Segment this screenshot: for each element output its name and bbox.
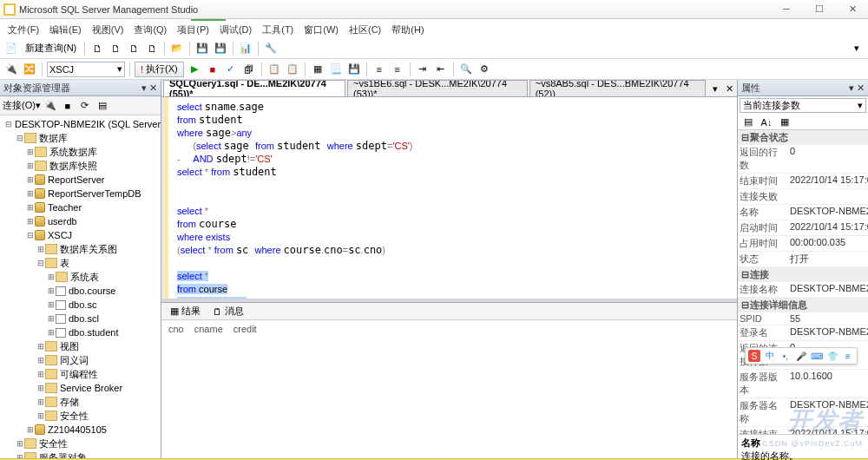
property-row[interactable]: 返回的行数0 <box>738 145 868 174</box>
property-category[interactable]: ⊟连接 <box>738 267 868 282</box>
debug-icon[interactable]: ▶ <box>187 62 202 77</box>
parse-icon[interactable]: ✓ <box>223 62 239 77</box>
property-object-selector[interactable]: 当前连接参数▾ <box>740 98 866 113</box>
tb-icon-1[interactable]: 🗋 <box>89 41 105 56</box>
results-grid[interactable]: cnocnamecredit <box>161 320 737 458</box>
tree-node[interactable]: ⊞安全性 <box>2 437 161 450</box>
result-file-icon[interactable]: 💾 <box>346 62 362 77</box>
tree-node[interactable]: ⊟XSCJ <box>2 228 161 242</box>
messages-tab[interactable]: 🗒消息 <box>207 303 249 319</box>
open-icon[interactable]: 📂 <box>169 41 185 56</box>
ime-toolbar[interactable]: S 中 •, 🎤 ⌨ 👕 ≡ <box>745 347 858 365</box>
property-row[interactable]: 连接名称DESKTOP-NBME2IK <box>738 282 868 298</box>
stop-icon[interactable]: ■ <box>205 62 220 77</box>
close-button[interactable]: ✕ <box>840 3 865 15</box>
tree-node[interactable]: ⊞Service Broker <box>2 381 161 395</box>
menu-item[interactable]: 帮助(H) <box>387 22 428 38</box>
tree-node[interactable]: ⊟数据库 <box>2 131 161 145</box>
tree-node[interactable]: ⊞系统表 <box>2 270 161 284</box>
az-icon[interactable]: A↓ <box>759 115 774 130</box>
change-icon[interactable]: 🔀 <box>22 62 37 77</box>
minimize-button[interactable]: ─ <box>774 3 799 15</box>
tree-node[interactable]: ⊞dbo.sc <box>2 298 161 312</box>
property-grid[interactable]: ⊟聚合状态返回的行数0结束时间2022/10/14 15:17:05连接失败名称… <box>738 130 868 434</box>
tree-node[interactable]: ⊞userdb <box>2 214 161 228</box>
tree-node[interactable]: ⊞ReportServerTempDB <box>2 187 161 200</box>
indent-icon[interactable]: ⇥ <box>415 62 431 77</box>
property-row[interactable]: 连接结束时间2022/10/14 15:17:05 <box>738 427 868 434</box>
refresh-icon[interactable]: ⟳ <box>77 98 93 114</box>
pin-icon[interactable]: ▾ <box>141 82 147 93</box>
menu-item[interactable]: 文件(F) <box>3 22 43 38</box>
property-row[interactable]: 服务器版本10.0.1600 <box>738 370 868 398</box>
tree-node[interactable]: ⊞存储 <box>2 395 161 409</box>
tb-icon-2[interactable]: 🗋 <box>108 41 123 56</box>
property-row[interactable]: 占用时间00:00:00.035 <box>738 236 868 252</box>
menu-item[interactable]: 社区(C) <box>345 22 385 38</box>
prop-icon[interactable]: ▦ <box>777 115 792 130</box>
opt1-icon[interactable]: 📋 <box>266 62 282 77</box>
tb-icon-3[interactable]: 🗋 <box>126 41 141 56</box>
activity-icon[interactable]: 📊 <box>238 41 253 56</box>
panel2-close-icon[interactable]: ✕ <box>857 82 865 93</box>
editor-tab[interactable]: ~vs1BE6.sql - DESK...ME2IK\20774 (53))* <box>347 80 528 96</box>
menu-item[interactable]: 工具(T) <box>258 22 298 38</box>
save-icon[interactable]: 💾 <box>194 41 210 56</box>
new-query-button[interactable]: 新建查询(N) <box>22 42 80 55</box>
tb-icon-4[interactable]: 🗋 <box>144 41 160 56</box>
sql-editor[interactable]: select sname,sage from student where sag… <box>161 97 737 299</box>
menu-item[interactable]: 项目(P) <box>173 22 214 38</box>
property-row[interactable]: 服务器名称DESKTOP-NBME2IK <box>738 398 868 427</box>
misc2-icon[interactable]: ⚙ <box>477 62 492 77</box>
result-grid-icon[interactable]: ▦ <box>310 62 326 77</box>
outdent-icon[interactable]: ⇤ <box>433 62 449 77</box>
tool-icon[interactable]: 🔧 <box>263 41 279 56</box>
results-tab[interactable]: ▦结果 <box>165 303 206 319</box>
pin2-icon[interactable]: ▾ <box>849 82 854 93</box>
tree-node[interactable]: ⊞视图 <box>2 339 161 353</box>
object-tree[interactable]: ⊟DESKTOP-NBME2IK (SQL Server 10.0.160⊟数据… <box>0 115 161 458</box>
connect-icon[interactable]: 🔌 <box>3 62 19 77</box>
tree-node[interactable]: ⊞服务器对象 <box>2 450 161 458</box>
menu-item[interactable]: 编辑(E) <box>45 22 86 38</box>
panel-close-icon[interactable]: ✕ <box>149 82 157 93</box>
property-category[interactable]: ⊟聚合状态 <box>738 130 868 145</box>
tab-dropdown-icon[interactable]: ▾ <box>707 81 722 96</box>
tree-node[interactable]: ⊟DESKTOP-NBME2IK (SQL Server 10.0.160 <box>2 117 161 131</box>
property-row[interactable]: 登录名DESKTOP-NBME2IK <box>738 325 868 341</box>
connect-button[interactable]: 连接(O)▾ <box>3 99 41 112</box>
property-category[interactable]: ⊟连接详细信息 <box>738 298 868 312</box>
dropdown-icon[interactable]: ▾ <box>849 41 865 56</box>
stop2-icon[interactable]: ■ <box>60 98 76 114</box>
tree-node[interactable]: ⊞安全性 <box>2 409 161 423</box>
tree-node[interactable]: ⊞系统数据库 <box>2 145 161 159</box>
saveall-icon[interactable]: 💾 <box>213 41 228 56</box>
editor-tab[interactable]: ~vs8AB5.sql - DES...BME2IK\20774 (52)) <box>529 80 707 96</box>
tree-node[interactable]: ⊞dbo.scl <box>2 312 161 325</box>
tree-node[interactable]: ⊞数据库快照 <box>2 159 161 173</box>
tree-node[interactable]: ⊟表 <box>2 256 161 270</box>
uncomment-icon[interactable]: ≡ <box>390 62 405 77</box>
new-query-icon[interactable]: 📄 <box>3 41 19 56</box>
menu-item[interactable]: 视图(V) <box>88 22 128 38</box>
tree-node[interactable]: ⊞ReportServer <box>2 173 161 187</box>
opt2-icon[interactable]: 📋 <box>285 62 300 77</box>
tree-node[interactable]: ⊞可编程性 <box>2 367 161 381</box>
menu-item[interactable]: 窗口(W) <box>299 22 343 38</box>
result-text-icon[interactable]: 📃 <box>328 62 344 77</box>
menu-item[interactable]: 调试(D) <box>215 22 256 38</box>
filter-icon[interactable]: ▤ <box>95 98 110 114</box>
editor-tab[interactable]: SQLQuery1.sql - DE...ME2IK\20774 (55))* <box>163 80 345 96</box>
cat-icon[interactable]: ▤ <box>740 115 756 130</box>
tree-node[interactable]: ⊞同义词 <box>2 353 161 367</box>
tree-node[interactable]: ⊞数据库关系图 <box>2 242 161 256</box>
property-row[interactable]: 连接失败 <box>738 189 868 205</box>
menu-item[interactable]: 查询(Q) <box>129 22 171 38</box>
maximize-button[interactable]: ☐ <box>807 3 832 15</box>
disconnect-icon[interactable]: 🔌 <box>43 98 58 114</box>
tree-node[interactable]: ⊞Z2104405105 <box>2 423 161 437</box>
property-row[interactable]: SPID55 <box>738 312 868 325</box>
property-row[interactable]: 结束时间2022/10/14 15:17:05 <box>738 174 868 189</box>
tree-node[interactable]: ⊞Teacher <box>2 200 161 214</box>
property-row[interactable]: 状态打开 <box>738 252 868 267</box>
